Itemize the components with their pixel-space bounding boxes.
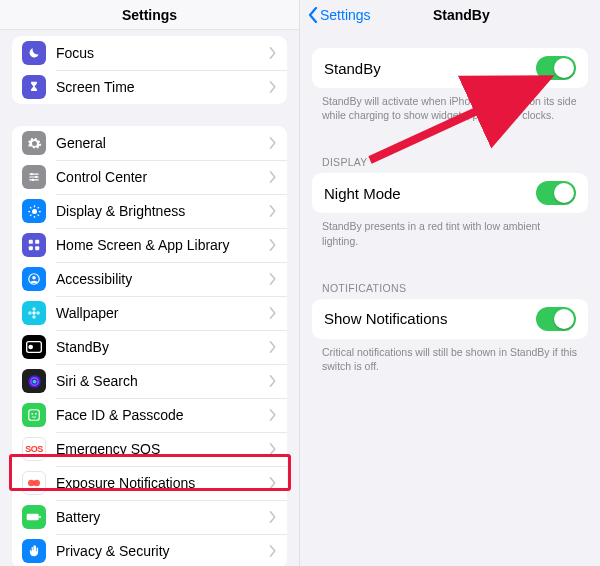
standby-toggle[interactable] [536,56,576,80]
general-icon [22,131,46,155]
standby-footnote: StandBy will activate when iPhone is pla… [300,88,600,122]
sidebar-item-label: Face ID & Passcode [56,407,269,423]
show-notifications-toggle[interactable] [536,307,576,331]
notifications-section-header: NOTIFICATIONS [300,282,600,299]
sidebar-item-label: Control Center [56,169,269,185]
svg-point-20 [32,315,36,319]
show-notifications-label: Show Notifications [324,310,536,327]
battery-icon [22,505,46,529]
display-section-header: DISPLAY [300,156,600,173]
detail-header: Settings StandBy [300,0,600,30]
sidebar-item-screen-time[interactable]: Screen Time [12,70,287,104]
sidebar-item-control-center[interactable]: Control Center [12,160,287,194]
show-notifications-footnote: Critical notifications will still be sho… [300,339,600,373]
sidebar-item-label: Home Screen & App Library [56,237,269,253]
svg-point-0 [31,173,33,175]
show-notifications-cell-group: Show Notifications [312,299,588,339]
settings-sidebar: Settings FocusScreen Time GeneralControl… [0,0,300,566]
home-screen-icon [22,233,46,257]
svg-rect-13 [35,240,39,244]
control-center-icon [22,165,46,189]
back-button[interactable]: Settings [308,7,371,23]
sidebar-item-standby[interactable]: StandBy [12,330,287,364]
chevron-left-icon [308,7,318,23]
night-mode-footnote: StandBy presents in a red tint with low … [300,213,600,247]
sidebar-item-label: Privacy & Security [56,543,269,559]
svg-rect-12 [29,240,33,244]
exposure-icon [22,471,46,495]
sidebar-item-siri-search[interactable]: Siri & Search [12,364,287,398]
back-label: Settings [320,7,371,23]
accessibility-icon [22,267,46,291]
svg-rect-15 [35,246,39,250]
sidebar-item-privacy[interactable]: Privacy & Security [12,534,287,566]
sidebar-item-general[interactable]: General [12,126,287,160]
svg-point-3 [32,209,37,214]
standby-cell-group: StandBy [312,48,588,88]
night-mode-cell: Night Mode [312,173,588,213]
sidebar-item-display-brightness[interactable]: Display & Brightness [12,194,287,228]
svg-point-2 [32,179,34,181]
svg-point-29 [31,413,33,415]
sidebar-group-2: GeneralControl CenterDisplay & Brightnes… [12,126,287,566]
sidebar-item-accessibility[interactable]: Accessibility [12,262,287,296]
svg-point-32 [33,480,40,487]
svg-rect-33 [27,514,39,521]
svg-rect-34 [39,516,40,519]
sidebar-item-label: Wallpaper [56,305,269,321]
detail-panel: Settings StandBy StandBy StandBy will ac… [300,0,600,566]
night-mode-toggle[interactable] [536,181,576,205]
night-mode-label: Night Mode [324,185,536,202]
sidebar-item-label: Focus [56,45,269,61]
sidebar-item-label: General [56,135,269,151]
sidebar-item-label: StandBy [56,339,269,355]
privacy-icon [22,539,46,563]
sidebar-item-label: Exposure Notifications [56,475,269,491]
svg-rect-28 [29,410,40,421]
svg-line-10 [30,214,31,215]
sidebar-item-label: Screen Time [56,79,269,95]
sidebar-item-label: Siri & Search [56,373,269,389]
night-mode-cell-group: Night Mode [312,173,588,213]
svg-point-17 [32,276,36,280]
faceid-icon [22,403,46,427]
svg-point-21 [28,311,32,315]
siri-search-icon [22,369,46,393]
sidebar-item-home-screen[interactable]: Home Screen & App Library [12,228,287,262]
sidebar-item-focus[interactable]: Focus [12,36,287,70]
svg-line-8 [30,207,31,208]
svg-point-19 [32,307,36,311]
sidebar-item-label: Emergency SOS [56,441,269,457]
svg-rect-14 [29,246,33,250]
sidebar-item-exposure[interactable]: Exposure Notifications [12,466,287,500]
focus-icon [22,41,46,65]
display-brightness-icon [22,199,46,223]
svg-point-22 [36,311,40,315]
emergency-sos-icon: SOS [22,437,46,461]
sidebar-item-label: Accessibility [56,271,269,287]
svg-point-18 [32,311,36,315]
sidebar-title: Settings [0,0,299,30]
sidebar-item-faceid[interactable]: Face ID & Passcode [12,398,287,432]
sidebar-group-1: FocusScreen Time [12,36,287,104]
standby-cell: StandBy [312,48,588,88]
sidebar-item-label: Battery [56,509,269,525]
standby-icon [22,335,46,359]
svg-point-27 [32,379,36,383]
svg-point-30 [35,413,37,415]
show-notifications-cell: Show Notifications [312,299,588,339]
standby-cell-label: StandBy [324,60,536,77]
svg-point-24 [28,345,33,350]
screen-time-icon [22,75,46,99]
sidebar-item-wallpaper[interactable]: Wallpaper [12,296,287,330]
svg-line-11 [37,207,38,208]
sidebar-item-emergency-sos[interactable]: SOSEmergency SOS [12,432,287,466]
sidebar-item-label: Display & Brightness [56,203,269,219]
svg-point-1 [35,176,37,178]
svg-line-9 [37,214,38,215]
sidebar-item-battery[interactable]: Battery [12,500,287,534]
wallpaper-icon [22,301,46,325]
